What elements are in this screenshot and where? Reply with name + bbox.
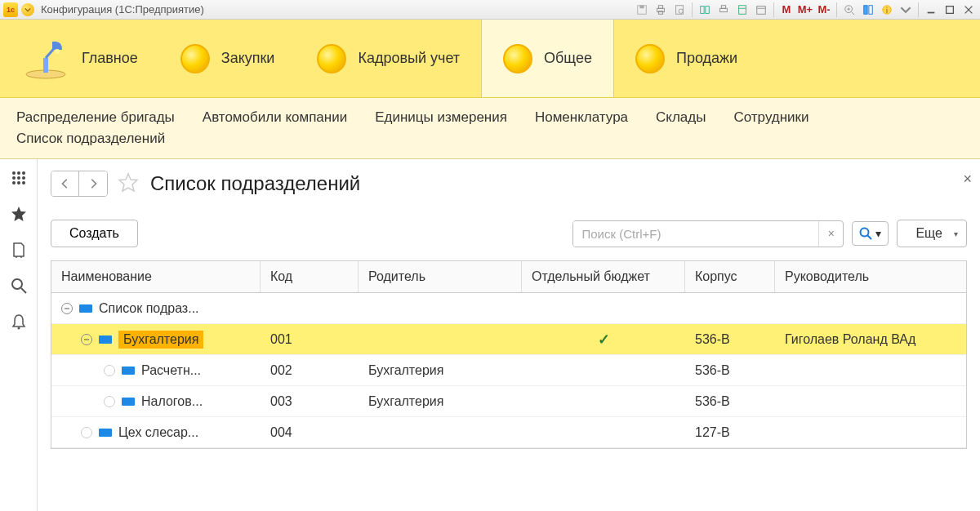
nav-forward-button[interactable] bbox=[79, 171, 107, 196]
sidebar bbox=[0, 159, 38, 511]
favorite-star-icon[interactable] bbox=[118, 172, 140, 195]
th-name[interactable]: Наименование bbox=[51, 261, 261, 292]
info-icon[interactable]: i bbox=[879, 2, 895, 18]
subnav-item[interactable]: Список подразделений bbox=[16, 131, 165, 147]
circle-icon bbox=[180, 44, 210, 73]
table-row[interactable]: Расчетн...002Бухгалтерия536-В bbox=[51, 355, 966, 386]
circle-icon bbox=[503, 44, 532, 73]
favorites-star-icon[interactable] bbox=[10, 205, 28, 223]
window-minimize-button[interactable] bbox=[923, 2, 939, 18]
window-title: Конфигурация (1С:Предприятие) bbox=[41, 3, 204, 16]
cell-name: Список подраз... bbox=[51, 293, 261, 323]
search-clear-button[interactable]: × bbox=[818, 221, 843, 247]
history-icon[interactable] bbox=[10, 241, 28, 259]
svg-rect-8 bbox=[706, 6, 709, 13]
table-body: Список подраз...Бухгалтерия001✓536-ВГиго… bbox=[51, 293, 966, 448]
cell-budget bbox=[522, 293, 685, 323]
nav-item-general[interactable]: Общее bbox=[481, 20, 614, 97]
svg-point-33 bbox=[12, 176, 16, 180]
compare-files-icon[interactable] bbox=[697, 2, 713, 18]
svg-point-36 bbox=[12, 181, 16, 184]
svg-line-40 bbox=[21, 288, 26, 293]
nav-item-sales[interactable]: Продажи bbox=[614, 20, 759, 97]
svg-rect-13 bbox=[757, 6, 766, 14]
memory-m-button[interactable]: M bbox=[778, 2, 795, 18]
app-dropdown-icon[interactable] bbox=[21, 3, 34, 16]
sub-nav: Распределение бригады Автомобили компани… bbox=[0, 98, 980, 159]
svg-point-30 bbox=[12, 171, 16, 175]
tree-leaf-icon bbox=[104, 365, 115, 376]
cell-name: Цех слесар... bbox=[51, 417, 261, 447]
subnav-item[interactable]: Номенклатура bbox=[535, 109, 628, 126]
th-parent[interactable]: Родитель bbox=[359, 261, 522, 292]
cell-name: Бухгалтерия bbox=[51, 324, 261, 354]
svg-line-16 bbox=[852, 11, 855, 15]
tree-leaf-icon bbox=[104, 396, 115, 407]
subnav-item[interactable]: Сотрудники bbox=[733, 109, 808, 126]
th-building[interactable]: Корпус bbox=[685, 261, 775, 292]
subnav-item[interactable]: Распределение бригады bbox=[16, 109, 175, 126]
print-icon[interactable] bbox=[653, 2, 669, 18]
window-maximize-button[interactable] bbox=[942, 2, 958, 18]
table-header: Наименование Код Родитель Отдельный бюдж… bbox=[51, 261, 966, 293]
info-dropdown-icon[interactable] bbox=[898, 2, 914, 18]
svg-rect-3 bbox=[658, 5, 662, 8]
nav-label: Главное bbox=[82, 50, 138, 67]
window-close-button[interactable] bbox=[960, 2, 977, 18]
panels-icon[interactable] bbox=[860, 2, 876, 18]
notifications-bell-icon[interactable] bbox=[10, 313, 28, 331]
memory-mplus-button[interactable]: M+ bbox=[797, 2, 813, 18]
print2-icon[interactable] bbox=[715, 2, 732, 18]
create-button[interactable]: Создать bbox=[51, 220, 138, 247]
zoom-icon[interactable] bbox=[841, 2, 858, 18]
cell-code bbox=[261, 293, 359, 323]
tree-collapse-icon[interactable] bbox=[81, 334, 92, 345]
svg-point-6 bbox=[679, 9, 683, 13]
search-input[interactable] bbox=[573, 221, 818, 247]
row-name-text: Список подраз... bbox=[99, 301, 199, 316]
cell-budget bbox=[522, 386, 685, 416]
cell-code: 002 bbox=[261, 355, 359, 385]
cell-head bbox=[775, 386, 966, 416]
table-row[interactable]: Налогов...003Бухгалтерия536-В bbox=[51, 386, 966, 417]
nav-item-hr[interactable]: Кадровый учет bbox=[296, 20, 481, 97]
circle-icon bbox=[317, 44, 346, 73]
tree-collapse-icon[interactable] bbox=[61, 303, 73, 314]
subnav-item[interactable]: Автомобили компании bbox=[203, 109, 347, 126]
th-budget[interactable]: Отдельный бюджет bbox=[522, 261, 685, 292]
subnav-item[interactable]: Единицы измерения bbox=[375, 109, 507, 126]
preview-icon[interactable] bbox=[671, 2, 688, 18]
svg-point-34 bbox=[17, 176, 20, 180]
search-field-wrap: × bbox=[572, 220, 844, 247]
table-row[interactable]: Цех слесар...004127-В bbox=[51, 417, 966, 448]
th-code[interactable]: Код bbox=[261, 261, 359, 292]
calculator-icon[interactable] bbox=[734, 2, 751, 18]
cell-parent bbox=[359, 324, 522, 354]
apps-grid-icon[interactable] bbox=[10, 169, 28, 187]
cell-building: 536-В bbox=[685, 355, 775, 385]
cell-building: 127-В bbox=[685, 417, 775, 447]
nav-item-home[interactable]: Главное bbox=[0, 20, 159, 97]
svg-point-35 bbox=[22, 176, 25, 180]
cell-code: 004 bbox=[261, 417, 359, 447]
memory-mminus-button[interactable]: M- bbox=[816, 2, 832, 18]
save-icon[interactable] bbox=[634, 2, 650, 18]
chevron-down-icon: ▾ bbox=[875, 227, 881, 240]
nav-arrows bbox=[51, 171, 108, 197]
table-row[interactable]: Список подраз... bbox=[51, 293, 966, 324]
th-head[interactable]: Руководитель bbox=[775, 261, 966, 292]
cell-name: Налогов... bbox=[51, 386, 261, 416]
cell-head bbox=[775, 293, 966, 323]
search-icon[interactable] bbox=[10, 277, 28, 295]
nav-label: Закупки bbox=[221, 50, 275, 67]
folder-row-icon bbox=[122, 398, 135, 406]
close-tab-button[interactable]: × bbox=[963, 171, 972, 188]
nav-item-purchases[interactable]: Закупки bbox=[159, 20, 296, 97]
subnav-item[interactable]: Склады bbox=[656, 109, 706, 126]
search-dropdown-button[interactable]: ▾ bbox=[852, 221, 889, 246]
table-row[interactable]: Бухгалтерия001✓536-ВГиголаев Роланд ВАд bbox=[51, 324, 966, 355]
calendar-icon[interactable] bbox=[753, 2, 769, 18]
cell-code: 003 bbox=[261, 386, 359, 416]
more-button[interactable]: Еще ▾ bbox=[897, 220, 967, 247]
nav-back-button[interactable] bbox=[51, 171, 79, 196]
